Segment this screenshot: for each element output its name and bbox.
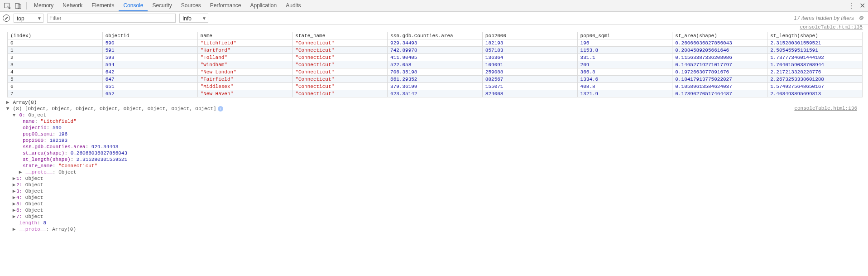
array-summary[interactable]: Array(8)	[13, 100, 37, 105]
table-cell: "Connecticut"	[293, 68, 388, 76]
object-preview[interactable]: Object	[25, 201, 43, 207]
table-cell: 661.29352	[388, 76, 483, 83]
tab-security[interactable]: Security	[148, 0, 176, 11]
column-header[interactable]: st_length(shape)	[767, 32, 863, 39]
disclosure-triangle[interactable]: ▼	[5, 106, 10, 112]
table-cell: 742.89978	[388, 47, 483, 54]
tab-elements[interactable]: Elements	[87, 0, 119, 11]
disclosure-triangle[interactable]: ▶	[12, 194, 16, 201]
disclosure-triangle[interactable]: ▶	[12, 226, 16, 232]
more-options-icon[interactable]: ⋮	[848, 1, 855, 10]
table-cell: "Tolland"	[197, 54, 293, 61]
column-header[interactable]: state_name	[293, 32, 388, 39]
tab-application[interactable]: Application	[246, 0, 282, 11]
disclosure-triangle[interactable]: ▶	[5, 99, 10, 106]
object-preview[interactable]: Object	[25, 189, 43, 194]
table-row[interactable]: 3594"Windham""Connecticut"522.0581090912…	[8, 61, 863, 68]
source-link[interactable]: consoleTable.html:136	[794, 106, 863, 113]
table-row[interactable]: 2593"Tolland""Connecticut"411.9040513636…	[8, 54, 863, 61]
object-key[interactable]: 3:	[16, 189, 25, 194]
disclosure-triangle[interactable]: ▶	[12, 207, 16, 213]
table-cell: "Windham"	[197, 61, 293, 68]
table-cell: 0	[8, 39, 103, 47]
disclosure-triangle[interactable]: ▶	[12, 182, 16, 188]
disclosure-triangle[interactable]: ▶	[12, 201, 16, 207]
object-key[interactable]: 6:	[16, 208, 25, 213]
column-header[interactable]: name	[197, 32, 293, 39]
table-cell: 155071	[482, 83, 577, 90]
tab-sources[interactable]: Sources	[177, 0, 206, 11]
table-cell: 3	[8, 61, 103, 68]
proto-key[interactable]: __proto__	[26, 169, 53, 175]
table-cell: "Connecticut"	[293, 61, 388, 68]
table-cell: 1153.8	[577, 47, 672, 54]
table-cell: 1	[8, 47, 103, 54]
object-key[interactable]: 1:	[16, 176, 25, 181]
source-link[interactable]: consoleTable.html:135	[0, 24, 868, 32]
object-preview[interactable]: Object	[25, 208, 43, 213]
object-key[interactable]: 0:	[19, 112, 25, 118]
disclosure-triangle[interactable]: ▶	[18, 169, 23, 175]
table-row[interactable]: 7652"New Haven""Connecticut"623.35142824…	[8, 90, 863, 97]
proto-value[interactable]: Array(0)	[52, 227, 76, 232]
table-row[interactable]: 4642"New London""Connecticut"706.3519825…	[8, 68, 863, 76]
gear-icon[interactable]: ⚙	[858, 15, 863, 21]
object-key[interactable]: 2:	[16, 182, 25, 188]
table-cell: 0.11563387336208986	[672, 54, 767, 61]
column-header[interactable]: (index)	[8, 32, 103, 39]
filter-input[interactable]	[47, 14, 176, 23]
clear-console-button[interactable]	[3, 15, 10, 22]
object-key: ss6.gdb.Counties.area	[23, 144, 86, 150]
table-cell: "Connecticut"	[293, 54, 388, 61]
tab-performance[interactable]: Performance	[206, 0, 246, 11]
object-value: "Litchfield"	[41, 119, 77, 124]
context-select[interactable]: top ▼	[14, 14, 43, 23]
close-devtools-icon[interactable]: ✕	[859, 1, 865, 10]
object-preview[interactable]: Object	[28, 112, 46, 118]
inspect-element-icon[interactable]	[2, 0, 13, 11]
table-cell: 706.35198	[388, 68, 483, 76]
object-preview[interactable]: Object	[25, 214, 43, 219]
length-value: 8	[43, 220, 46, 226]
info-badge-icon: i	[218, 106, 223, 111]
column-header[interactable]: st_area(shape)	[672, 32, 767, 39]
disclosure-triangle[interactable]: ▼	[12, 112, 16, 118]
tab-memory[interactable]: Memory	[29, 0, 58, 11]
table-row[interactable]: 1591"Hartford""Connecticut"742.899788571…	[8, 47, 863, 54]
table-row[interactable]: 6651"Middlesex""Connecticut"379.36199155…	[8, 83, 863, 90]
object-preview[interactable]: Object	[25, 195, 43, 200]
table-cell: "New London"	[197, 68, 293, 76]
tab-console[interactable]: Console	[119, 0, 148, 11]
table-cell: 196	[577, 39, 672, 47]
column-header[interactable]: pop2000	[482, 32, 577, 39]
column-header[interactable]: pop00_sqmi	[577, 32, 672, 39]
table-cell: 182193	[482, 39, 577, 47]
column-header[interactable]: objectid	[102, 32, 197, 39]
disclosure-triangle[interactable]: ▶	[12, 175, 16, 182]
device-toggle-icon[interactable]	[13, 0, 24, 11]
object-key[interactable]: 4:	[16, 195, 25, 200]
table-row[interactable]: 5647"Fairfield""Connecticut"661.29352882…	[8, 76, 863, 83]
table-cell: 136364	[482, 54, 577, 61]
table-cell: 647	[102, 76, 197, 83]
length-key: length	[19, 220, 38, 226]
tab-network[interactable]: Network	[58, 0, 87, 11]
object-key[interactable]: 5:	[16, 201, 25, 207]
table-cell: 0.2084589205661646	[672, 47, 767, 54]
table-row[interactable]: 0590"Litchfield""Connecticut"929.3449318…	[8, 39, 863, 47]
proto-value[interactable]: Object	[58, 169, 77, 175]
log-level-select[interactable]: Info ▼	[179, 14, 208, 23]
disclosure-triangle[interactable]: ▶	[12, 213, 16, 220]
tab-audits[interactable]: Audits	[281, 0, 305, 11]
disclosure-triangle[interactable]: ▶	[12, 188, 16, 194]
proto-key[interactable]: __proto__	[19, 227, 46, 232]
object-key: st_length(shape)	[23, 157, 71, 162]
object-preview[interactable]: Object	[25, 182, 43, 188]
array-preview[interactable]: (8) [Object, Object, Object, Object, Obj…	[13, 106, 224, 111]
object-preview[interactable]: Object	[25, 176, 43, 181]
table-cell: "Connecticut"	[293, 76, 388, 83]
column-header[interactable]: ss6.gdb.Counties.area	[388, 32, 483, 39]
table-cell: 1334.6	[577, 76, 672, 83]
object-key[interactable]: 7:	[16, 214, 25, 219]
svg-rect-1	[15, 3, 19, 8]
